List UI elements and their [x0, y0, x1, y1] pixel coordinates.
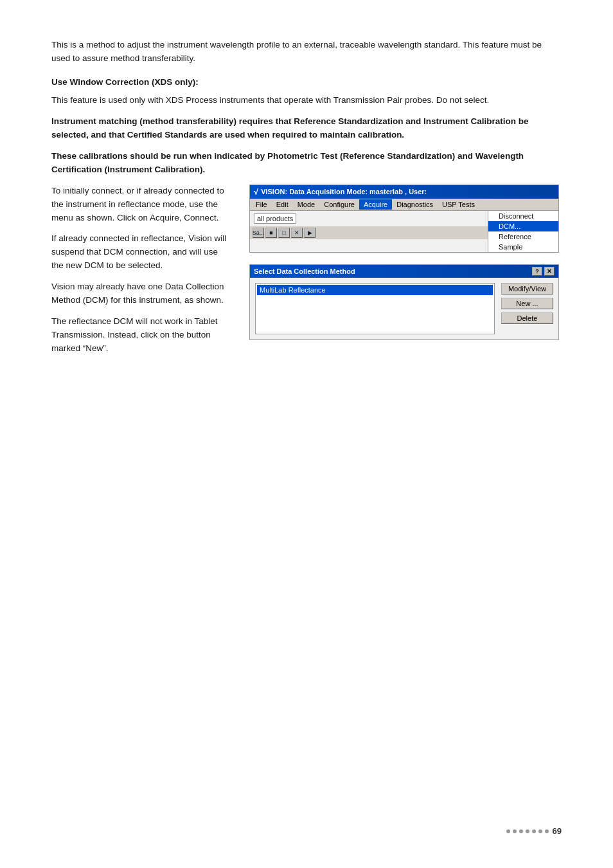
vision-window: √ VISION: Data Acquisition Mode: masterl… — [249, 185, 559, 253]
dot-7 — [545, 829, 549, 833]
menu-configure[interactable]: Configure — [319, 199, 359, 210]
left-text-column: To initially connect, or if already conn… — [51, 185, 231, 363]
dot-3 — [519, 829, 523, 833]
dcm-modify-view-button[interactable]: Modify/View — [501, 283, 553, 294]
dot-6 — [538, 829, 542, 833]
menu-dcm[interactable]: DCM... — [488, 221, 558, 231]
dcm-list: MultiLab Reflectance — [255, 283, 495, 334]
menu-usp-tests[interactable]: USP Tests — [438, 199, 479, 210]
bold-block-1: Instrument matching (method transferabil… — [51, 115, 559, 142]
left-p4: The reflectance DCM will not work in Tab… — [51, 315, 231, 356]
products-text: all products — [254, 213, 296, 224]
dcm-action-buttons: Modify/View New ... Delete — [501, 283, 553, 334]
vision-icon: √ — [254, 187, 258, 197]
dcm-close-button[interactable]: ✕ — [544, 267, 555, 276]
use-window-heading: Use Window Correction (XDS only): — [51, 76, 559, 89]
menu-edit[interactable]: Edit — [272, 199, 293, 210]
two-column-section: To initially connect, or if already conn… — [51, 185, 559, 363]
dcm-delete-button[interactable]: Delete — [501, 312, 553, 324]
vision-title: VISION: Data Acquisition Mode: masterlab… — [261, 188, 427, 195]
page-dots — [506, 829, 549, 833]
dcm-help-button[interactable]: ? — [532, 267, 542, 276]
bold-block-2: These calibrations should be run when in… — [51, 150, 559, 177]
dcm-titlebar: Select Data Collection Method ? ✕ — [250, 265, 558, 278]
vision-body: all products — [250, 211, 488, 226]
left-p1: To initially connect, or if already conn… — [51, 185, 231, 225]
acquire-dropdown: Disconnect DCM... Reference Sample — [488, 211, 558, 252]
vision-toolbar-row: Sa... ■ □ ✕ ▶ — [250, 226, 488, 239]
dcm-list-item-multilab[interactable]: MultiLab Reflectance — [257, 285, 493, 295]
dot-5 — [532, 829, 536, 833]
menu-file[interactable]: File — [251, 199, 272, 210]
toolbar-play[interactable]: ▶ — [304, 228, 315, 238]
dcm-window-controls: ? ✕ — [532, 267, 555, 276]
toolbar-save[interactable]: Sa... — [253, 228, 264, 238]
dot-1 — [506, 829, 510, 833]
menu-sample[interactable]: Sample — [488, 242, 558, 252]
left-p3: Vision may already have one Data Collect… — [51, 280, 231, 307]
dcm-body: MultiLab Reflectance Modify/View New ...… — [250, 278, 558, 339]
left-p2: If already connected in reflectance, Vis… — [51, 232, 231, 273]
screenshots-column: √ VISION: Data Acquisition Mode: masterl… — [249, 185, 559, 363]
toolbar-close[interactable]: ✕ — [291, 228, 303, 238]
menu-disconnect[interactable]: Disconnect — [488, 211, 558, 221]
page-number: 69 — [553, 826, 562, 836]
intro-paragraph: This is a method to adjust the instrumen… — [51, 39, 559, 66]
dcm-new-button[interactable]: New ... — [501, 298, 553, 309]
dcm-title: Select Data Collection Method — [254, 267, 355, 275]
dcm-window: Select Data Collection Method ? ✕ MultiL… — [249, 264, 559, 340]
menu-diagnostics[interactable]: Diagnostics — [392, 199, 438, 210]
vision-menubar: File Edit Mode Configure Acquire Diagnos… — [250, 199, 558, 211]
vision-titlebar: √ VISION: Data Acquisition Mode: masterl… — [250, 185, 558, 199]
use-window-body: This feature is used only with XDS Proce… — [51, 94, 559, 107]
page-content: This is a method to adjust the instrumen… — [51, 39, 559, 363]
dot-4 — [526, 829, 529, 833]
menu-mode[interactable]: Mode — [293, 199, 320, 210]
toolbar-stop[interactable]: ■ — [265, 228, 277, 238]
page-footer: 69 — [506, 826, 562, 836]
menu-reference[interactable]: Reference — [488, 231, 558, 242]
menu-acquire[interactable]: Acquire — [359, 199, 392, 210]
toolbar-min[interactable]: □ — [278, 228, 290, 238]
dot-2 — [513, 829, 517, 833]
